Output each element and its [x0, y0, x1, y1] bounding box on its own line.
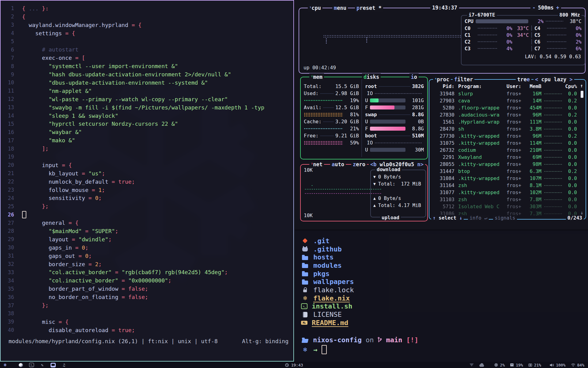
app-terminal-icon[interactable]: >_	[29, 363, 34, 367]
menu-button[interactable]: menu	[332, 4, 348, 12]
code-line[interactable]: 28 "$mainMod" = "SUPER";	[1, 227, 292, 235]
file-item[interactable]: hosts	[301, 253, 354, 261]
process-row[interactable]: 5280.floorp-wrappefros+454M0.0	[432, 104, 577, 111]
file-item[interactable]: pkgs	[301, 270, 354, 278]
app-chat-icon[interactable]	[51, 363, 56, 367]
code-line[interactable]: 17 "mako &"	[1, 136, 292, 144]
code-line[interactable]: 34 "col.inactive_border" = "0x00000000";	[1, 276, 292, 285]
code-line[interactable]: 29 layout = "dwindle";	[1, 235, 292, 243]
cpu-module[interactable]: 2%	[494, 363, 505, 367]
code-line[interactable]: 32 border_size = 2;	[1, 260, 292, 268]
editor-buffer[interactable]: 1{ ... }:2{3 wayland.windowManager.hyprl…	[1, 4, 292, 334]
tab-cpu[interactable]: ¹cpu	[308, 4, 322, 12]
file-item[interactable]: .github	[301, 245, 354, 253]
process-row[interactable]: 28055.kitty-wrappedfros+98M0.0	[432, 161, 577, 168]
code-line[interactable]: 37 };	[1, 301, 292, 309]
process-row[interactable]: 5712Isolated Web Cfros+303M0.0	[432, 203, 577, 210]
code-line[interactable]: 13 "swaybg -m fill -i $(find ~/Pictures/…	[1, 103, 292, 112]
process-row[interactable]: 1561.Hyprland-wrapfros+111M0.0	[432, 118, 577, 125]
code-line[interactable]: 10 "dbus-update-activation-environment -…	[1, 79, 292, 87]
code-line[interactable]: 22 numlock_by_default = true;	[1, 178, 292, 186]
file-item[interactable]: ❄flake.nix	[301, 294, 354, 302]
code-line[interactable]: 18 ];	[1, 144, 292, 153]
code-line[interactable]: 30 gaps_in = 0;	[1, 243, 292, 252]
file-item[interactable]: LICENSE	[301, 310, 354, 319]
file-item[interactable]: .git	[301, 237, 354, 245]
code-line[interactable]: 8 "systemctl --user import-environment &…	[1, 62, 292, 70]
process-row[interactable]: 26732codiumfros+210M0.0	[432, 147, 577, 154]
code-line[interactable]: 35 border_part_of_window = false;	[1, 285, 292, 293]
tab-mem[interactable]: ²mem	[309, 73, 324, 81]
code-line[interactable]: 16 "waybar &"	[1, 128, 292, 136]
process-row[interactable]: 31075.kitty-wrappedfros+114M0.0	[432, 140, 577, 147]
file-item[interactable]: flake.lock	[301, 286, 354, 294]
io-mode-toggle[interactable]: io	[409, 73, 419, 81]
code-line[interactable]: 24 sensitivity = 0;	[1, 194, 292, 202]
app-music-icon[interactable]: ♫	[62, 362, 66, 367]
code-line[interactable]: 15 "hyprctl setcursor Nordzy-cursors 22 …	[1, 120, 292, 128]
net-zero-toggle[interactable]: zero	[351, 161, 367, 168]
code-line[interactable]: 38	[1, 309, 292, 318]
process-row[interactable]: 27730.kitty-wrappedfros+96M0.2	[432, 132, 577, 140]
shell-prompt-input[interactable]: ❄ →	[301, 345, 327, 354]
nixos-logo-icon[interactable]: ❄	[4, 362, 6, 368]
code-line[interactable]: 9 "hash dbus-update-activation-environme…	[1, 70, 292, 79]
code-line[interactable]: 40 disable_autoreload = true;	[1, 326, 292, 334]
memory-module[interactable]: 19%	[510, 363, 523, 367]
app-browser-icon[interactable]: ◉	[19, 363, 23, 367]
disks-toggle[interactable]: disks	[362, 73, 381, 81]
app-notes-icon[interactable]: ✎	[40, 362, 44, 367]
volume-module[interactable]: 100%	[549, 363, 565, 367]
code-line[interactable]: 33 "col.active_border" = "rgb(cba6f7) rg…	[1, 268, 292, 277]
process-row[interactable]: 28470shfros+3.8M0.0	[432, 125, 577, 132]
file-item[interactable]: >_install.sh	[301, 302, 354, 311]
file-item[interactable]: wallpapers	[301, 278, 354, 286]
proc-filter-button[interactable]: filter	[453, 76, 474, 83]
process-row[interactable]: 31084.kitty-wrappedfros+107M0.0	[432, 175, 577, 182]
code-line[interactable]: 31 gaps_out = 0;	[1, 252, 292, 260]
code-line[interactable]: 26	[1, 210, 292, 219]
process-row[interactable]: 2291Xwaylandfros+69M0.0	[432, 154, 577, 161]
process-row[interactable]: 31948slurpfros+16M0.0	[432, 90, 577, 97]
process-row[interactable]: 31164zshfros+8.1M0.0	[432, 182, 577, 189]
proc-tree-toggle[interactable]: tree	[516, 76, 531, 83]
tab-proc[interactable]: ⁴proc	[433, 76, 451, 83]
code-line[interactable]: 6 # autostart	[1, 45, 292, 54]
code-line[interactable]: 25 };	[1, 202, 292, 210]
code-line[interactable]: 19	[1, 153, 292, 161]
file-item[interactable]: M↓README.md	[301, 319, 354, 327]
code-line[interactable]: 14 "sleep 1 && swaylock"	[1, 112, 292, 120]
code-line[interactable]: 20 input = {	[1, 161, 292, 169]
file-item[interactable]: modules	[301, 261, 354, 270]
tray-cloud-icon[interactable]	[479, 363, 484, 367]
disk-module[interactable]: 21%	[528, 363, 541, 367]
code-line[interactable]: 21 kb_layout = "us";	[1, 169, 292, 178]
code-line[interactable]: 7 exec-once = [	[1, 54, 292, 62]
tray-network-icon[interactable]	[469, 363, 474, 366]
interval-plus-button[interactable]: +	[556, 5, 559, 11]
process-row[interactable]: 27903cavafros+14M0.2	[432, 97, 577, 104]
code-line[interactable]: 2{	[1, 13, 292, 21]
signals-control[interactable]: signals	[493, 215, 517, 221]
code-line[interactable]: 11 "nm-applet &"	[1, 87, 292, 95]
select-control[interactable]: ↑ select ↓	[431, 215, 464, 221]
interval-minus-button[interactable]: -	[532, 5, 535, 11]
code-line[interactable]: 27 general = {	[1, 219, 292, 227]
preset-button[interactable]: preset *	[355, 4, 383, 12]
code-line[interactable]: 1{ ... }:	[1, 4, 292, 13]
code-line[interactable]: 3 wayland.windowManager.hyprland = {	[1, 21, 292, 29]
code-line[interactable]: 39 misc = {	[1, 318, 292, 326]
info-control[interactable]: info ↵	[468, 215, 489, 221]
clock-module[interactable]: 19:43	[285, 363, 303, 367]
process-row[interactable]: 31077.kitty-wrappedfros+102M0.0	[432, 189, 577, 196]
process-row[interactable]: 31447btopfros+6.3M0.2	[432, 168, 577, 175]
proc-sort-selector[interactable]: < cpu lazy >	[533, 76, 574, 83]
code-line[interactable]: 12 "wl-paste --primary --watch wl-copy -…	[1, 95, 292, 103]
code-line[interactable]: 23 follow_mouse = 1;	[1, 186, 292, 194]
code-line[interactable]: 4 settings = {	[1, 29, 292, 37]
code-line[interactable]: 5	[1, 37, 292, 46]
code-line[interactable]: 36 no_border_on_floating = false;	[1, 293, 292, 301]
proc-scrollbar-thumb[interactable]	[581, 91, 583, 98]
net-auto-toggle[interactable]: auto	[330, 161, 346, 168]
update-interval-control[interactable]: - 500ms +	[530, 5, 561, 11]
